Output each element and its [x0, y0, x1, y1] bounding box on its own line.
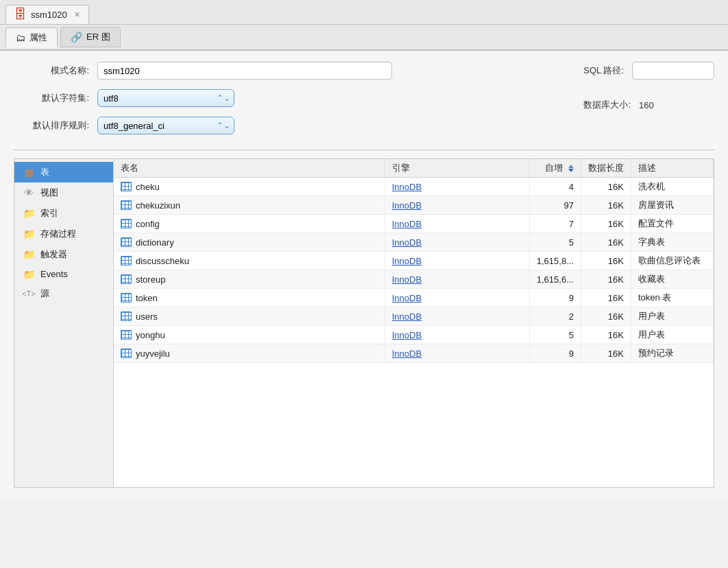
- db-size-row: 数据库大小: 160: [569, 99, 714, 111]
- table-area: 表名 引擎 自增 数据长度: [114, 159, 714, 487]
- cell-auto-inc: 9: [529, 344, 581, 363]
- engine-link[interactable]: InnoDB: [392, 330, 422, 340]
- th-name: 表名: [114, 159, 385, 178]
- view-icon: 👁: [23, 188, 35, 198]
- engine-link[interactable]: InnoDB: [392, 182, 422, 192]
- cell-data-len: 16K: [581, 196, 631, 215]
- cell-desc: 房屋资讯: [631, 196, 714, 215]
- tab-properties[interactable]: 🗂 属性: [5, 27, 58, 48]
- cell-name: config: [114, 215, 385, 233]
- cell-data-len: 16K: [581, 215, 631, 233]
- sidebar-label-stored-procs: 存储过程: [40, 228, 76, 240]
- engine-link[interactable]: InnoDB: [392, 237, 422, 248]
- sidebar-item-tables[interactable]: ▦ 表: [14, 162, 113, 182]
- cell-auto-inc: 7: [529, 215, 581, 233]
- main-content: 模式名称: 默认字符集: utf8 ⌃⌄ 默认排序规则: utf8_genera…: [0, 51, 728, 499]
- sql-path-input[interactable]: [632, 62, 714, 80]
- cell-engine: InnoDB: [385, 252, 529, 270]
- table-row[interactable]: dictionary InnoDB 5 16K 字典表: [114, 233, 714, 252]
- sidebar-item-triggers[interactable]: 📁 触发器: [14, 244, 113, 265]
- table-row[interactable]: config InnoDB 7 16K 配置文件: [114, 215, 714, 233]
- cell-desc: 歌曲信息评论表: [631, 252, 714, 270]
- cell-auto-inc: 5: [529, 233, 581, 252]
- table-row[interactable]: storeup InnoDB 1,615,6... 16K 收藏表: [114, 270, 714, 289]
- index-icon: 📁: [23, 209, 35, 218]
- tab-er[interactable]: 🔗 ER 图: [60, 27, 121, 47]
- engine-link[interactable]: InnoDB: [392, 200, 422, 211]
- db-size-value: 160: [639, 100, 654, 110]
- sidebar-item-stored-procs[interactable]: 📁 存储过程: [14, 224, 113, 244]
- table-row[interactable]: yuyvejilu InnoDB 9 16K 预约记录: [114, 344, 714, 363]
- collation-select[interactable]: utf8_general_ci: [97, 117, 234, 134]
- sidebar-item-indexes[interactable]: 📁 索引: [14, 203, 113, 224]
- sql-path-label: SQL 路径:: [569, 64, 624, 77]
- sort-up-arrow: [568, 165, 574, 168]
- table-grid-icon: [121, 256, 132, 265]
- cell-desc: 配置文件: [631, 215, 714, 233]
- sidebar-label-indexes: 索引: [40, 207, 58, 220]
- cell-data-len: 16K: [581, 326, 631, 344]
- sidebar-label-views: 视图: [40, 187, 58, 199]
- cell-desc: 用户表: [631, 307, 714, 326]
- table-row[interactable]: discusscheku InnoDB 1,615,8... 16K 歌曲信息评…: [114, 252, 714, 270]
- cell-engine: InnoDB: [385, 307, 529, 326]
- table-row[interactable]: yonghu InnoDB 5 16K 用户表: [114, 326, 714, 344]
- engine-link[interactable]: InnoDB: [392, 311, 422, 322]
- cell-engine: InnoDB: [385, 326, 529, 344]
- table-row[interactable]: users InnoDB 2 16K 用户表: [114, 307, 714, 326]
- cell-name: chekuzixun: [114, 196, 385, 215]
- charset-select-wrap: utf8 ⌃⌄: [97, 89, 234, 107]
- cell-data-len: 16K: [581, 270, 631, 289]
- schema-name-label: 模式名称:: [14, 64, 89, 77]
- table-row[interactable]: chekuzixun InnoDB 97 16K 房屋资讯: [114, 196, 714, 215]
- sidebar-item-source[interactable]: <T> 源: [14, 283, 113, 304]
- sort-arrows: [568, 165, 574, 172]
- cell-desc: 预约记录: [631, 344, 714, 363]
- tab-er-label: ER 图: [86, 31, 110, 43]
- table-row[interactable]: token InnoDB 9 16K token 表: [114, 289, 714, 307]
- cell-name: storeup: [114, 270, 385, 289]
- cell-desc: token 表: [631, 289, 714, 307]
- cell-engine: InnoDB: [385, 344, 529, 363]
- th-auto-inc: 自增: [529, 159, 581, 178]
- engine-link[interactable]: InnoDB: [392, 219, 422, 229]
- form-right: SQL 路径: 数据库大小: 160: [542, 62, 714, 121]
- schema-name-row: 模式名称:: [14, 62, 542, 80]
- bottom-panel: ▦ 表 👁 视图 📁 索引 📁 存储过程 📁 触发器 📁 Events: [14, 158, 714, 488]
- sidebar-item-events[interactable]: 📁 Events: [14, 265, 113, 283]
- cell-name: yonghu: [114, 326, 385, 344]
- source-icon: <T>: [23, 289, 35, 298]
- engine-link[interactable]: InnoDB: [392, 293, 422, 303]
- collation-label: 默认排序规则:: [14, 119, 89, 132]
- collation-select-wrap: utf8_general_ci ⌃⌄: [97, 117, 234, 134]
- cell-data-len: 16K: [581, 252, 631, 270]
- cell-auto-inc: 1,615,8...: [529, 252, 581, 270]
- cell-desc: 洗衣机: [631, 178, 714, 196]
- engine-link[interactable]: InnoDB: [392, 256, 422, 266]
- charset-select[interactable]: utf8: [97, 89, 234, 107]
- table-row[interactable]: cheku InnoDB 4 16K 洗衣机: [114, 178, 714, 196]
- engine-link[interactable]: InnoDB: [392, 274, 422, 285]
- table-grid-icon: [121, 348, 132, 358]
- cell-name: yuyvejilu: [114, 344, 385, 363]
- engine-link[interactable]: InnoDB: [392, 348, 422, 359]
- cell-engine: InnoDB: [385, 196, 529, 215]
- cell-desc: 用户表: [631, 326, 714, 344]
- cell-auto-inc: 5: [529, 326, 581, 344]
- sidebar-item-views[interactable]: 👁 视图: [14, 182, 113, 203]
- table-grid-icon: [121, 219, 132, 228]
- tab-properties-label: 属性: [29, 32, 47, 44]
- sidebar-label-triggers: 触发器: [40, 248, 67, 261]
- main-tab[interactable]: 🗄 ssm1020 ✕: [5, 5, 89, 24]
- event-icon: 📁: [23, 270, 35, 279]
- cell-data-len: 16K: [581, 307, 631, 326]
- schema-name-input[interactable]: [97, 62, 392, 80]
- db-icon: 🗄: [14, 8, 27, 22]
- table-body: cheku InnoDB 4 16K 洗衣机 chekuzixun InnoDB…: [114, 178, 714, 363]
- close-icon[interactable]: ✕: [74, 10, 80, 19]
- tab-bar: 🗄 ssm1020 ✕: [0, 0, 728, 25]
- form-left: 模式名称: 默认字符集: utf8 ⌃⌄ 默认排序规则: utf8_genera…: [14, 62, 542, 144]
- sidebar-label-events: Events: [40, 269, 68, 279]
- props-icon: 🗂: [16, 32, 25, 43]
- table-grid-icon: [121, 182, 132, 191]
